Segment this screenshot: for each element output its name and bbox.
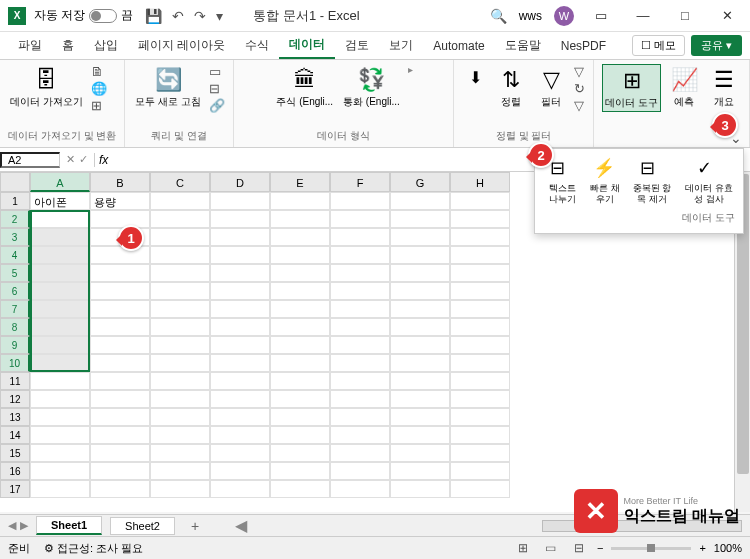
currency-button[interactable]: 💱 통화 (Engli... bbox=[341, 64, 402, 110]
cell[interactable] bbox=[330, 426, 390, 444]
cell[interactable] bbox=[210, 282, 270, 300]
cell[interactable] bbox=[450, 480, 510, 498]
cell[interactable] bbox=[450, 228, 510, 246]
cell[interactable] bbox=[450, 354, 510, 372]
cell[interactable] bbox=[330, 318, 390, 336]
cell[interactable] bbox=[450, 300, 510, 318]
cancel-formula-icon[interactable]: ✕ bbox=[66, 153, 75, 166]
col-header-d[interactable]: D bbox=[210, 172, 270, 192]
cell[interactable] bbox=[210, 354, 270, 372]
cell[interactable] bbox=[150, 390, 210, 408]
cell[interactable] bbox=[390, 462, 450, 480]
row-header[interactable]: 4 bbox=[0, 246, 30, 264]
row-header[interactable]: 10 bbox=[0, 354, 30, 372]
cell[interactable] bbox=[450, 444, 510, 462]
row-header[interactable]: 14 bbox=[0, 426, 30, 444]
page-layout-icon[interactable]: ▭ bbox=[541, 541, 561, 555]
zoom-level[interactable]: 100% bbox=[714, 542, 742, 554]
cell[interactable] bbox=[450, 390, 510, 408]
cell[interactable] bbox=[150, 354, 210, 372]
cell[interactable] bbox=[330, 390, 390, 408]
tab-data[interactable]: 데이터 bbox=[279, 32, 335, 59]
sort-button[interactable]: ⇅ 정렬 bbox=[494, 64, 528, 110]
cell[interactable] bbox=[90, 444, 150, 462]
name-box[interactable] bbox=[0, 152, 60, 168]
cell[interactable] bbox=[90, 354, 150, 372]
cells-area[interactable]: 아이폰 용량 bbox=[30, 192, 510, 498]
data-validation-button[interactable]: ✓ 데이터 유효성 검사 bbox=[683, 157, 735, 205]
cell[interactable] bbox=[450, 462, 510, 480]
cell[interactable] bbox=[210, 246, 270, 264]
cell[interactable] bbox=[330, 480, 390, 498]
cell[interactable] bbox=[150, 480, 210, 498]
cell[interactable] bbox=[330, 462, 390, 480]
cell[interactable] bbox=[330, 192, 390, 210]
toggle-off-icon[interactable] bbox=[89, 9, 117, 23]
enter-formula-icon[interactable]: ✓ bbox=[79, 153, 88, 166]
properties-icon[interactable]: ⊟ bbox=[209, 81, 225, 96]
cell[interactable] bbox=[390, 210, 450, 228]
sheet-tab-2[interactable]: Sheet2 bbox=[110, 517, 175, 535]
select-all-corner[interactable] bbox=[0, 172, 30, 192]
row-header[interactable]: 5 bbox=[0, 264, 30, 282]
tab-file[interactable]: 파일 bbox=[8, 33, 52, 58]
stocks-button[interactable]: 🏛 주식 (Engli... bbox=[274, 64, 335, 110]
cell[interactable] bbox=[150, 408, 210, 426]
cell[interactable] bbox=[150, 264, 210, 282]
cell[interactable] bbox=[210, 390, 270, 408]
col-header-e[interactable]: E bbox=[270, 172, 330, 192]
close-icon[interactable]: ✕ bbox=[712, 8, 742, 23]
cell[interactable] bbox=[90, 336, 150, 354]
clear-filter-icon[interactable]: ▽ bbox=[574, 64, 585, 79]
cell[interactable] bbox=[270, 228, 330, 246]
cell[interactable] bbox=[450, 192, 510, 210]
get-data-button[interactable]: 🗄 데이터 가져오기 bbox=[8, 64, 85, 110]
cell[interactable] bbox=[390, 264, 450, 282]
tab-view[interactable]: 보기 bbox=[379, 33, 423, 58]
cell[interactable] bbox=[450, 246, 510, 264]
cell[interactable] bbox=[210, 462, 270, 480]
cell[interactable] bbox=[30, 300, 90, 318]
cell[interactable] bbox=[450, 408, 510, 426]
cell[interactable] bbox=[210, 192, 270, 210]
cell[interactable] bbox=[330, 336, 390, 354]
cell[interactable] bbox=[30, 390, 90, 408]
cell[interactable] bbox=[270, 426, 330, 444]
cell[interactable] bbox=[270, 390, 330, 408]
cell[interactable] bbox=[390, 282, 450, 300]
cell[interactable] bbox=[390, 300, 450, 318]
cell[interactable] bbox=[90, 390, 150, 408]
cell[interactable] bbox=[270, 336, 330, 354]
flash-fill-button[interactable]: ⚡ 빠른 채우기 bbox=[589, 157, 621, 205]
cell[interactable] bbox=[30, 462, 90, 480]
cell-b1[interactable]: 용량 bbox=[90, 192, 150, 210]
cell[interactable] bbox=[270, 300, 330, 318]
fx-icon[interactable]: fx bbox=[94, 153, 112, 167]
from-text-icon[interactable]: 🗎 bbox=[91, 64, 107, 79]
accessibility-status[interactable]: ⚙ 접근성: 조사 필요 bbox=[44, 541, 143, 556]
cell[interactable] bbox=[450, 318, 510, 336]
cell[interactable] bbox=[330, 354, 390, 372]
row-header[interactable]: 13 bbox=[0, 408, 30, 426]
outline-button[interactable]: ☰ 개요 bbox=[707, 64, 741, 110]
cell[interactable] bbox=[390, 354, 450, 372]
from-table-icon[interactable]: ⊞ bbox=[91, 98, 107, 113]
cell[interactable] bbox=[30, 228, 90, 246]
cell[interactable] bbox=[270, 480, 330, 498]
cell[interactable] bbox=[150, 192, 210, 210]
zoom-slider[interactable] bbox=[611, 547, 691, 550]
cell[interactable] bbox=[150, 228, 210, 246]
col-header-b[interactable]: B bbox=[90, 172, 150, 192]
next-sheet-icon[interactable]: ▶ bbox=[20, 519, 28, 532]
tab-scroll-icon[interactable]: ◀ bbox=[235, 516, 247, 535]
cell[interactable] bbox=[30, 372, 90, 390]
cell[interactable] bbox=[270, 462, 330, 480]
row-header[interactable]: 17 bbox=[0, 480, 30, 498]
cell[interactable] bbox=[90, 318, 150, 336]
cell[interactable] bbox=[390, 246, 450, 264]
forecast-button[interactable]: 📈 예측 bbox=[667, 64, 701, 110]
cell[interactable] bbox=[390, 408, 450, 426]
cell[interactable] bbox=[270, 246, 330, 264]
cell[interactable] bbox=[330, 372, 390, 390]
cell[interactable] bbox=[450, 426, 510, 444]
